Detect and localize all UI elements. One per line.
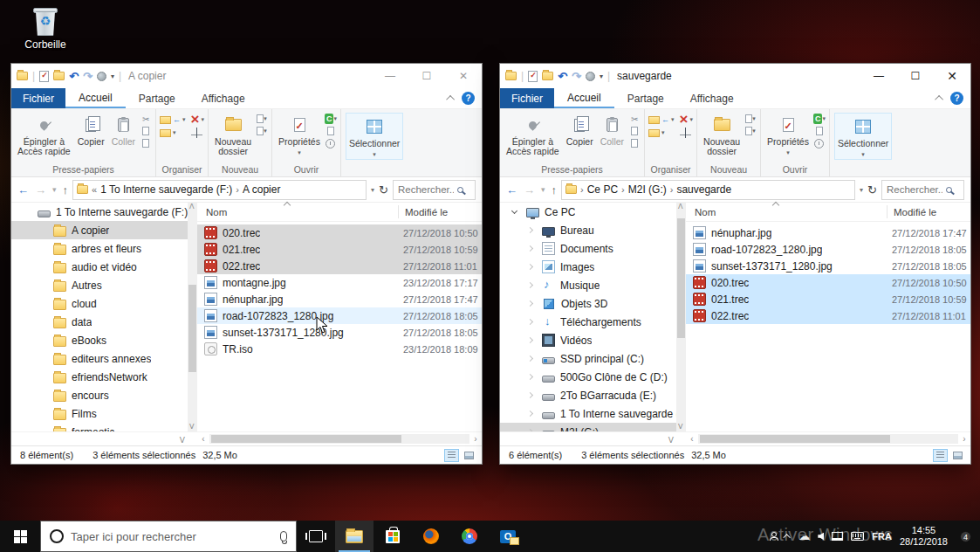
- file-row[interactable]: road-1072823_1280.jpg 27/12/2018 18:05: [686, 241, 970, 258]
- copy-path-icon[interactable]: [628, 126, 641, 136]
- tree-item[interactable]: Bureau: [500, 221, 686, 239]
- chevron-icon[interactable]: [527, 264, 533, 270]
- microsoft-store-taskbar-button[interactable]: [373, 521, 412, 552]
- search-box[interactable]: [393, 180, 476, 200]
- firefox-taskbar-button[interactable]: [412, 521, 450, 552]
- start-button[interactable]: [0, 521, 40, 552]
- close-button[interactable]: ✕: [934, 64, 970, 88]
- breadcrumb-segment[interactable]: A copier: [243, 183, 280, 196]
- recent-locations-icon[interactable]: ▾: [52, 185, 57, 194]
- volume-icon[interactable]: [818, 533, 824, 541]
- back-button[interactable]: ←: [506, 183, 517, 197]
- copy-button[interactable]: Copier: [564, 112, 596, 148]
- forward-button[interactable]: →: [524, 183, 535, 197]
- delete-button[interactable]: ×▾: [191, 114, 204, 126]
- tree-item[interactable]: A copier: [11, 221, 197, 239]
- tree-item[interactable]: Objets 3D: [500, 294, 686, 313]
- tree-item[interactable]: encours: [11, 386, 197, 404]
- action-center-button[interactable]: 4: [956, 529, 973, 543]
- address-dropdown-icon[interactable]: ▾: [860, 186, 863, 194]
- forward-button[interactable]: →: [35, 183, 46, 197]
- tree-item[interactable]: audio et vidéo: [11, 258, 197, 276]
- properties-qat-icon[interactable]: [528, 71, 538, 82]
- tree-item[interactable]: Ce PC: [500, 203, 686, 221]
- select-button[interactable]: Sélectionner▾: [346, 114, 402, 159]
- tab-affichage[interactable]: Affichage: [677, 88, 747, 108]
- scrollbar-thumb[interactable]: [677, 218, 685, 337]
- file-row[interactable]: 021.trec 27/12/2018 10:59: [686, 291, 970, 307]
- tab-accueil[interactable]: Accueil: [65, 88, 126, 108]
- details-view-button[interactable]: [444, 449, 459, 462]
- titlebar[interactable]: | ↶ ↷ ▾ | A copier — ☐ ✕: [11, 64, 482, 88]
- collapse-ribbon-icon[interactable]: [935, 95, 943, 104]
- chevron-icon[interactable]: [39, 430, 44, 431]
- scroll-up-icon[interactable]: ᐱ: [678, 204, 683, 210]
- chevron-icon[interactable]: [39, 411, 44, 416]
- onedrive-icon[interactable]: ☁: [798, 532, 810, 541]
- copy-to-button[interactable]: ▾: [648, 128, 675, 138]
- tree-item[interactable]: Vidéos: [500, 331, 686, 349]
- address-dropdown-icon[interactable]: ▾: [371, 186, 374, 194]
- hscrollbar-thumb[interactable]: [211, 435, 401, 443]
- chevron-icon[interactable]: [39, 283, 44, 287]
- up-button[interactable]: ↑: [63, 183, 69, 197]
- tree-item[interactable]: Musique: [500, 276, 686, 294]
- chevron-icon[interactable]: [39, 265, 44, 269]
- chevron-icon[interactable]: [39, 228, 44, 232]
- edit-icon[interactable]: [325, 126, 337, 136]
- thumbnails-view-button[interactable]: [950, 449, 965, 462]
- search-input[interactable]: [398, 184, 454, 195]
- tree-scrollbar[interactable]: ᐱ ᐯ: [188, 203, 197, 431]
- move-to-button[interactable]: ←▾: [648, 114, 675, 126]
- tab-accueil[interactable]: Accueil: [554, 88, 614, 108]
- tab-partage[interactable]: Partage: [614, 88, 677, 108]
- file-row[interactable]: sunset-1373171_1280.jpg 27/12/2018 18:05: [197, 324, 482, 341]
- chevron-icon[interactable]: [527, 300, 533, 307]
- open-with-icon[interactable]: C▾: [325, 114, 337, 124]
- file-row[interactable]: 020.trec 27/12/2018 10:50: [686, 274, 970, 291]
- chevron-icon[interactable]: [527, 411, 533, 417]
- tree-item[interactable]: 2To BGarracuda (E:): [500, 386, 686, 404]
- tree-item[interactable]: 1 To Interne sauvegarde (F:): [500, 404, 686, 423]
- tree-item[interactable]: Téléchargements: [500, 313, 686, 331]
- redo-icon[interactable]: ↷: [572, 70, 581, 83]
- file-row[interactable]: 021.trec 27/12/2018 10:59: [197, 241, 482, 258]
- tree-scrollbar[interactable]: ᐱ ᐯ: [676, 203, 686, 431]
- tree-scroll-down-icon[interactable]: ᐯ: [180, 436, 185, 445]
- qat-dropdown-icon[interactable]: ▾: [111, 72, 114, 80]
- breadcrumb[interactable]: « 1 To Interne sauvegarde (F:) › A copie…: [72, 180, 367, 200]
- language-indicator[interactable]: FRA: [872, 531, 892, 542]
- pin-to-quick-access-button[interactable]: Épingler àAccès rapide: [504, 112, 562, 157]
- chevron-icon[interactable]: [527, 355, 533, 362]
- paste-button[interactable]: Coller: [598, 112, 627, 148]
- file-row[interactable]: TR.iso 23/12/2018 18:09: [197, 341, 482, 357]
- file-row[interactable]: montagne.jpg 23/12/2018 17:17: [197, 274, 482, 291]
- new-item-icon[interactable]: ▾: [256, 126, 268, 136]
- scroll-up-icon[interactable]: ᐱ: [189, 204, 195, 210]
- file-row[interactable]: 022.trec 27/12/2018 11:01: [197, 258, 482, 274]
- maximize-button[interactable]: ☐: [408, 64, 445, 88]
- chevron-icon[interactable]: [527, 245, 533, 252]
- properties-button[interactable]: Propriétés▾: [276, 112, 323, 157]
- new-folder-button[interactable]: Nouveaudossier: [701, 112, 743, 157]
- tree-item[interactable]: efriendsNetwork: [11, 368, 197, 386]
- tree-item[interactable]: eBooks: [11, 331, 197, 349]
- copy-to-button[interactable]: ▾: [160, 128, 186, 138]
- new-folder-qat-icon[interactable]: [53, 72, 65, 80]
- chevron-icon[interactable]: [527, 429, 533, 431]
- new-folder-qat-icon[interactable]: [542, 72, 553, 80]
- column-header-name[interactable]: Nom: [686, 207, 887, 217]
- tree-item[interactable]: arbres et fleurs: [11, 239, 197, 258]
- help-icon[interactable]: ?: [462, 92, 475, 105]
- chevron-icon[interactable]: [511, 208, 517, 214]
- chevron-icon[interactable]: [39, 320, 44, 324]
- tab-fichier[interactable]: Fichier: [11, 88, 65, 108]
- cut-icon[interactable]: ✂: [140, 114, 152, 124]
- rename-button[interactable]: [680, 128, 693, 138]
- chrome-taskbar-button[interactable]: [450, 521, 489, 552]
- customize-qat-icon[interactable]: [97, 72, 106, 81]
- details-view-button[interactable]: [933, 449, 948, 462]
- chevron-icon[interactable]: [39, 246, 44, 251]
- tree-item[interactable]: 1 To Interne sauvegarde (F:): [11, 203, 197, 221]
- tree-scroll-down-icon[interactable]: ᐯ: [668, 436, 674, 445]
